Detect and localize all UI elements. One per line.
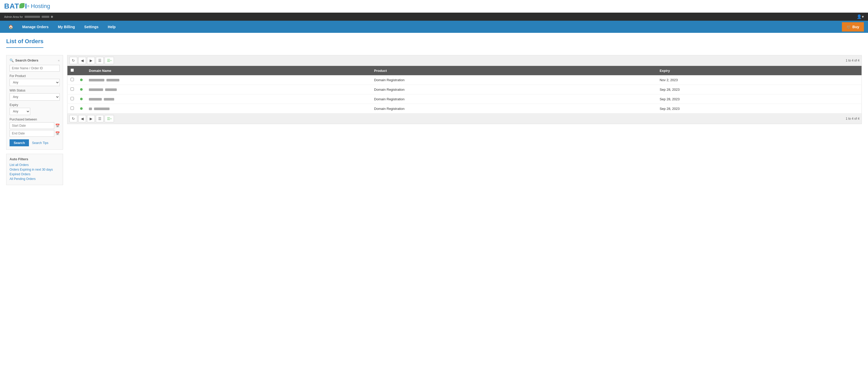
row-4-checkbox-cell[interactable] (67, 104, 77, 114)
table-row: Domain Registration Nov 2, 2023 (67, 75, 862, 85)
end-date-input[interactable] (9, 130, 54, 137)
domain-mask-1 (89, 79, 104, 82)
row-2-checkbox-cell[interactable] (67, 85, 77, 94)
search-actions: Search Search Tips (9, 139, 60, 146)
row-4-status (77, 104, 86, 114)
list-button-bottom[interactable]: ☰ (96, 115, 103, 122)
product-header: Product (371, 66, 656, 75)
expiry-select[interactable]: Any (9, 108, 30, 115)
add-button[interactable]: ☰+ (104, 57, 114, 64)
domain-mask-1b (106, 79, 119, 82)
with-status-label: With Status (9, 89, 60, 92)
refresh-button-bottom[interactable]: ↻ (69, 115, 77, 122)
admin-area-label: Admin Area for (4, 15, 23, 18)
nav-settings[interactable]: Settings (80, 21, 103, 33)
admin-name-mask (25, 16, 40, 18)
row-2-product: Domain Registration (371, 85, 656, 94)
next-button[interactable]: ▶ (87, 57, 95, 64)
filter-pending[interactable]: All Pending Orders (9, 177, 60, 181)
row-2-domain[interactable] (86, 85, 371, 94)
logo: BAT I ® Hosting (4, 2, 50, 10)
row-1-domain[interactable] (86, 75, 371, 85)
logo-bar: BAT I ® Hosting (0, 0, 868, 13)
prev-button[interactable]: ◀ (78, 57, 86, 64)
cart-icon: 🛒 (846, 25, 851, 29)
start-date-input[interactable] (9, 122, 54, 129)
for-product-group: For Product Any (9, 74, 60, 86)
nav-home-button[interactable]: 🏠 (4, 21, 18, 33)
page-title: List of Orders (6, 38, 43, 48)
with-status-group: With Status Any (9, 89, 60, 100)
status-active-icon (80, 107, 83, 110)
row-4-checkbox[interactable] (70, 107, 74, 110)
row-3-checkbox-cell[interactable] (67, 94, 77, 104)
end-date-calendar-icon[interactable]: 📅 (55, 131, 60, 135)
status-active-icon (80, 79, 83, 81)
next-button-bottom[interactable]: ▶ (87, 115, 95, 122)
add-button-bottom[interactable]: ☰+ (104, 115, 114, 122)
row-2-checkbox[interactable] (70, 87, 74, 91)
row-2-expiry: Sep 28, 2023 (656, 85, 862, 94)
nav-help[interactable]: Help (103, 21, 120, 33)
domain-mask-4b (94, 108, 110, 110)
nav-manage-orders[interactable]: Manage Orders (18, 21, 53, 33)
search-button[interactable]: Search (9, 139, 29, 146)
table-row: Domain Registration Sep 28, 2023 (67, 85, 862, 94)
for-product-select[interactable]: Any (9, 79, 60, 86)
table-area: ↻ ◀ ▶ ☰ ☰+ 1 to 4 of 4 Domain Name (67, 55, 862, 185)
logo-leaf-icon (20, 3, 25, 8)
for-product-label: For Product (9, 74, 60, 78)
filter-expired[interactable]: Expired Orders (9, 173, 60, 176)
row-1-checkbox[interactable] (70, 78, 74, 81)
buy-button[interactable]: 🛒 Buy (842, 22, 864, 32)
row-1-checkbox-cell[interactable] (67, 75, 77, 85)
row-3-checkbox[interactable] (70, 97, 74, 100)
admin-user-menu[interactable]: 👤▾ (857, 14, 864, 19)
row-1-expiry: Nov 2, 2023 (656, 75, 862, 85)
name-order-id-group (9, 65, 60, 71)
auto-filters-title: Auto Filters (9, 157, 60, 161)
sidebar: 🔍 Search Orders « For Product Any With S… (6, 55, 63, 185)
auto-filters-panel: Auto Filters List all Orders Orders Expi… (6, 154, 63, 185)
main-layout: 🔍 Search Orders « For Product Any With S… (6, 55, 862, 185)
search-tips-link[interactable]: Search Tips (32, 141, 48, 145)
domain-mask-3 (89, 98, 102, 100)
search-icon: 🔍 (9, 58, 14, 62)
status-header (77, 66, 86, 75)
purchased-between-group: Purchased between 📅 📅 (9, 118, 60, 137)
row-3-expiry: Sep 28, 2023 (656, 94, 862, 104)
name-order-id-input[interactable] (9, 65, 60, 71)
start-date-calendar-icon[interactable]: 📅 (55, 124, 60, 128)
toolbar-top: ↻ ◀ ▶ ☰ ☰+ 1 to 4 of 4 (67, 55, 862, 66)
prev-button-bottom[interactable]: ◀ (78, 115, 86, 122)
row-4-domain[interactable] (86, 104, 371, 114)
nav-bar: 🏠 Manage Orders My Billing Settings Help… (0, 21, 868, 33)
domain-name-header: Domain Name (86, 66, 371, 75)
search-panel-title-text: Search Orders (15, 58, 38, 62)
domain-mask-2 (89, 88, 103, 91)
list-button[interactable]: ☰ (96, 57, 103, 64)
refresh-button[interactable]: ↻ (69, 57, 77, 64)
purchased-between-label: Purchased between (9, 118, 60, 121)
status-active-icon (80, 98, 83, 100)
filter-expiring-30[interactable]: Orders Expiring in next 30 days (9, 168, 60, 172)
row-3-product: Domain Registration (371, 94, 656, 104)
collapse-icon[interactable]: « (58, 59, 60, 62)
admin-id-mask (41, 16, 49, 18)
row-1-product: Domain Registration (371, 75, 656, 85)
status-active-icon (80, 88, 83, 91)
page-content: List of Orders 🔍 Search Orders « For Pro… (0, 33, 868, 190)
nav-my-billing[interactable]: My Billing (53, 21, 80, 33)
table-row: Domain Registration Sep 28, 2023 (67, 94, 862, 104)
select-all-checkbox[interactable] (70, 68, 74, 72)
row-2-status (77, 85, 86, 94)
domain-mask-4a (89, 108, 92, 110)
search-panel: 🔍 Search Orders « For Product Any With S… (6, 55, 63, 150)
filter-list-all-orders[interactable]: List all Orders (9, 163, 60, 167)
select-all-header[interactable] (67, 66, 77, 75)
domain-mask-3b (104, 98, 114, 100)
row-4-product: Domain Registration (371, 104, 656, 114)
pagination-top: 1 to 4 of 4 (846, 59, 860, 62)
row-3-domain[interactable] (86, 94, 371, 104)
with-status-select[interactable]: Any (9, 93, 60, 100)
